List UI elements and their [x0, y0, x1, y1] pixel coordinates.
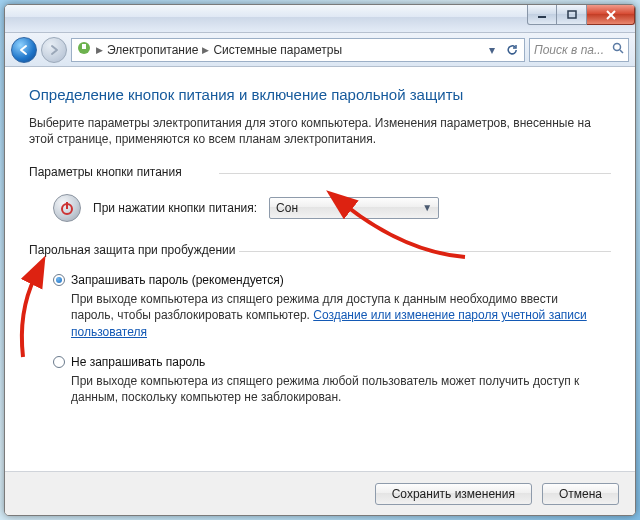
- save-button[interactable]: Сохранить изменения: [375, 483, 532, 505]
- radio-require-password-input[interactable]: [53, 274, 65, 286]
- chevron-down-icon: ▼: [422, 201, 432, 215]
- content-pane: Определение кнопок питания и включение п…: [5, 67, 635, 471]
- group-power-button-legend: Параметры кнопки питания: [29, 164, 611, 180]
- page-intro: Выберите параметры электропитания для эт…: [29, 115, 611, 147]
- search-icon: [612, 42, 624, 57]
- refresh-icon[interactable]: [504, 42, 520, 58]
- breadcrumb-current[interactable]: Системные параметры: [213, 43, 342, 57]
- explorer-navbar: ▶ Электропитание ▶ Системные параметры ▾…: [5, 33, 635, 67]
- titlebar: [5, 5, 635, 33]
- svg-line-7: [620, 50, 623, 53]
- radio-require-password: Запрашивать пароль (рекомендуется) При в…: [53, 272, 611, 340]
- svg-rect-1: [568, 11, 576, 18]
- radio-no-password-label[interactable]: Не запрашивать пароль: [71, 354, 205, 370]
- cancel-button[interactable]: Отмена: [542, 483, 619, 505]
- power-button-action-row: При нажатии кнопки питания: Сон ▼: [53, 194, 611, 222]
- window-frame: ▶ Электропитание ▶ Системные параметры ▾…: [4, 4, 636, 516]
- address-bar[interactable]: ▶ Электропитание ▶ Системные параметры ▾: [71, 38, 525, 62]
- close-button[interactable]: [587, 5, 635, 25]
- power-button-action-label: При нажатии кнопки питания:: [93, 200, 257, 216]
- power-button-action-dropdown[interactable]: Сон ▼: [269, 197, 439, 219]
- maximize-button[interactable]: [557, 5, 587, 25]
- breadcrumb-sep-icon: ▶: [202, 45, 209, 55]
- forward-button[interactable]: [41, 37, 67, 63]
- search-box[interactable]: Поиск в па...: [529, 38, 629, 62]
- radio-require-password-label[interactable]: Запрашивать пароль (рекомендуется): [71, 272, 284, 288]
- button-bar: Сохранить изменения Отмена: [5, 471, 635, 515]
- power-icon: [53, 194, 81, 222]
- radio-no-password-input[interactable]: [53, 356, 65, 368]
- group-password-protect-legend: Парольная защита при пробуждении: [29, 242, 611, 258]
- address-dropdown-icon[interactable]: ▾: [484, 42, 500, 58]
- breadcrumb-root[interactable]: Электропитание: [107, 43, 198, 57]
- breadcrumb-sep-icon: ▶: [96, 45, 103, 55]
- control-panel-icon: [76, 40, 92, 59]
- page-title: Определение кнопок питания и включение п…: [29, 85, 611, 105]
- search-placeholder: Поиск в па...: [534, 43, 604, 57]
- radio-require-password-desc: При выходе компьютера из спящего режима …: [71, 291, 603, 340]
- minimize-button[interactable]: [527, 5, 557, 25]
- back-button[interactable]: [11, 37, 37, 63]
- svg-point-6: [614, 44, 621, 51]
- dropdown-selected-value: Сон: [276, 200, 298, 216]
- radio-no-password-desc: При выходе компьютера из спящего режима …: [71, 373, 603, 405]
- svg-rect-5: [82, 44, 86, 49]
- radio-no-password: Не запрашивать пароль При выходе компьют…: [53, 354, 611, 406]
